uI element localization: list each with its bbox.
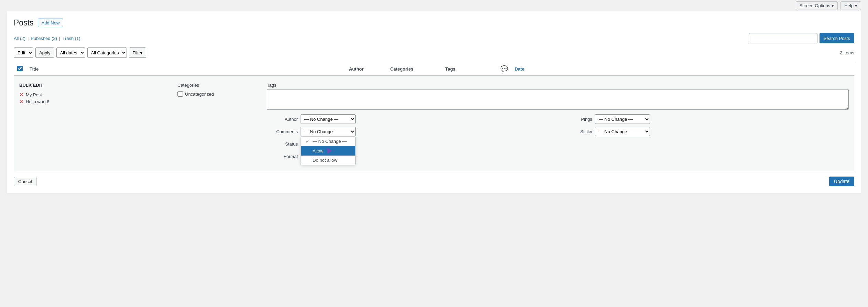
posts-table: Title Author Categories Tags 💬 <box>14 62 854 171</box>
bulk-edit-inner: BULK EDIT ✕ My Post ✕ Hello wo <box>14 76 854 171</box>
tags-textarea[interactable] <box>267 89 849 110</box>
fields-col-2: Pings — No Change — Sticky <box>561 114 849 164</box>
help-label: Help <box>844 3 854 8</box>
author-field-row: Author — No Change — <box>267 114 554 124</box>
dropdown-item-allow[interactable]: Allow <box>301 146 355 156</box>
categories-col-label: Categories <box>390 66 413 72</box>
categories-section-label: Categories <box>177 83 261 88</box>
comments-field-row: Comments — No Change — Allow Do not all <box>267 127 554 136</box>
trash-posts-link[interactable]: Trash (1) <box>62 36 80 41</box>
help-arrow-icon: ▾ <box>855 3 857 8</box>
all-label: All <box>14 36 19 41</box>
toolbar-row: Edit Apply All dates All Categories Filt… <box>14 47 854 58</box>
date-col-label: Date <box>515 66 524 72</box>
sticky-field-label: Sticky <box>561 129 592 134</box>
bulk-edit-posts-section: BULK EDIT ✕ My Post ✕ Hello wo <box>19 80 177 167</box>
comments-dropdown-menu: ✓ — No Change — Allow <box>301 136 356 165</box>
bulk-edit-row: BULK EDIT ✕ My Post ✕ Hello wo <box>14 76 854 171</box>
dropdown-do-not-allow-label: Do not allow <box>313 158 337 163</box>
post-title-2: Hello world! <box>26 99 49 104</box>
pings-field-row: Pings — No Change — <box>561 114 849 124</box>
top-bar: Screen Options ▾ Help ▾ <box>0 0 868 11</box>
tags-field-wrapper: Tags <box>267 83 849 111</box>
pings-field-label: Pings <box>561 117 592 122</box>
tags-col-label: Tags <box>445 66 455 72</box>
uncategorized-checkbox[interactable] <box>177 91 183 97</box>
post-list: ✕ My Post ✕ Hello world! <box>19 91 172 105</box>
tags-field-label: Tags <box>267 83 849 88</box>
format-field-label: Format <box>267 154 298 159</box>
tags-col-header: Tags <box>442 62 497 76</box>
select-all-col <box>14 62 26 76</box>
all-count: (2) <box>20 36 25 41</box>
arrow-pointer-icon <box>327 148 332 154</box>
date-filter-select[interactable]: All dates <box>56 47 85 58</box>
dropdown-item-no-change[interactable]: ✓ — No Change — <box>301 137 355 146</box>
bulk-edit-title: BULK EDIT <box>19 83 172 88</box>
filter-search-row: All (2) | Published (2) | Trash (1) Sear… <box>14 33 854 43</box>
sticky-field-select[interactable]: — No Change — <box>595 127 650 136</box>
bulk-edit-categories-section: Categories Uncategorized <box>177 80 267 167</box>
author-field-label: Author <box>267 117 298 122</box>
category-filter-select[interactable]: All Categories <box>87 47 127 58</box>
published-posts-link[interactable]: Published (2) <box>31 36 57 41</box>
list-item: ✕ My Post <box>19 91 172 98</box>
author-field-select[interactable]: — No Change — <box>301 114 356 124</box>
subsubsub: All (2) | Published (2) | Trash (1) <box>14 36 80 41</box>
trash-label: Trash <box>62 36 74 41</box>
page-title: Posts <box>14 18 34 28</box>
toolbar-left: Edit Apply All dates All Categories Filt… <box>14 47 146 58</box>
search-posts-button[interactable]: Search Posts <box>820 33 854 43</box>
items-count: 2 items <box>840 50 854 55</box>
filter-button[interactable]: Filter <box>129 47 147 58</box>
pings-field-select[interactable]: — No Change — <box>595 114 650 124</box>
page-wrapper: Screen Options ▾ Help ▾ Posts Add New Al… <box>0 0 868 307</box>
main-content: Posts Add New All (2) | Published (2) | … <box>7 11 861 193</box>
search-posts-input[interactable] <box>749 33 817 43</box>
published-count: (2) <box>52 36 57 41</box>
bottom-action-row: Cancel Update <box>14 177 854 186</box>
post-title-1: My Post <box>26 92 42 97</box>
checkmark-icon: ✓ <box>306 139 311 144</box>
bulk-edit-cell: BULK EDIT ✕ My Post ✕ Hello wo <box>14 76 854 171</box>
status-field-label: Status <box>267 141 298 147</box>
bulk-edit-fields: Tags Author <box>267 80 849 167</box>
screen-options-arrow-icon: ▾ <box>832 3 834 8</box>
separator2: | <box>59 36 60 41</box>
remove-post-icon-2[interactable]: ✕ <box>19 99 24 104</box>
screen-options-label: Screen Options <box>800 3 831 8</box>
add-new-button[interactable]: Add New <box>38 19 64 27</box>
trash-count: (1) <box>75 36 80 41</box>
author-col-header: Author <box>346 62 387 76</box>
screen-options-button[interactable]: Screen Options ▾ <box>796 1 838 10</box>
comments-col-header: 💬 <box>497 62 511 76</box>
update-button[interactable]: Update <box>829 177 854 186</box>
bulk-edit-grid: BULK EDIT ✕ My Post ✕ Hello wo <box>19 80 849 167</box>
table-header-row: Title Author Categories Tags 💬 <box>14 62 854 76</box>
dropdown-no-change-label: — No Change — <box>313 139 347 144</box>
comments-field-select[interactable]: — No Change — Allow Do not allow <box>301 127 356 136</box>
title-col-header: Title <box>26 62 346 76</box>
uncategorized-label: Uncategorized <box>185 92 214 97</box>
dropdown-item-do-not-allow[interactable]: Do not allow <box>301 156 355 165</box>
comments-field-label: Comments <box>267 129 298 134</box>
sticky-field-row: Sticky — No Change — <box>561 127 849 136</box>
remove-post-icon-1[interactable]: ✕ <box>19 92 24 97</box>
page-title-row: Posts Add New <box>14 18 854 28</box>
list-item: ✕ Hello world! <box>19 98 172 105</box>
dropdown-allow-label: Allow <box>313 148 323 154</box>
apply-button[interactable]: Apply <box>35 47 54 58</box>
title-col-label: Title <box>30 66 39 72</box>
bulk-action-select[interactable]: Edit <box>14 47 33 58</box>
select-all-checkbox[interactable] <box>17 66 23 71</box>
date-col-header[interactable]: Date <box>511 62 854 76</box>
author-col-label: Author <box>349 66 364 72</box>
comments-dropdown-container: — No Change — Allow Do not allow <box>301 127 356 136</box>
help-button[interactable]: Help ▾ <box>840 1 861 10</box>
all-posts-link[interactable]: All (2) <box>14 36 25 41</box>
two-col-fields: Author — No Change — Comments <box>267 114 849 164</box>
uncategorized-checkbox-label[interactable]: Uncategorized <box>177 91 261 97</box>
fields-col-1: Author — No Change — Comments <box>267 114 554 164</box>
date-sort-link[interactable]: Date <box>515 66 524 72</box>
cancel-button[interactable]: Cancel <box>14 177 36 186</box>
